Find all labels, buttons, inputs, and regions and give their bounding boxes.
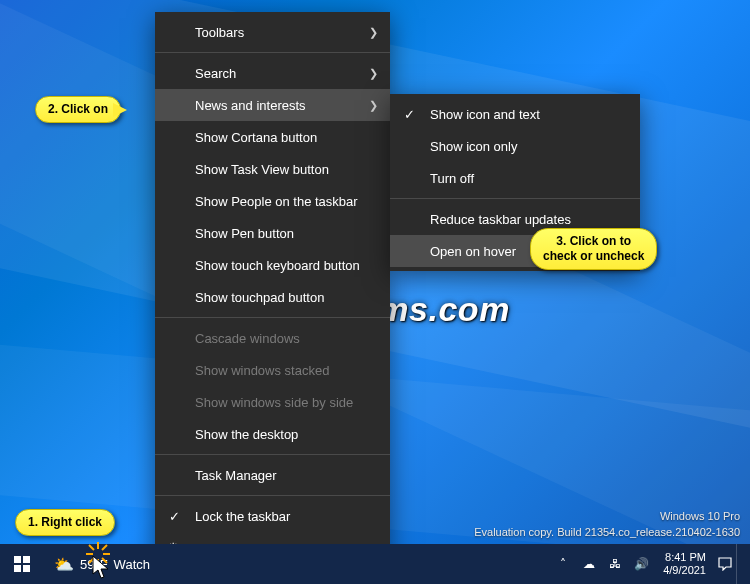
tray-chevron-icon[interactable]: ˄ xyxy=(551,544,575,584)
clock-date: 4/9/2021 xyxy=(663,564,706,577)
menu-lock-taskbar[interactable]: ✓Lock the taskbar xyxy=(155,500,390,532)
menu-separator xyxy=(155,495,390,496)
menu-show-pen[interactable]: Show Pen button xyxy=(155,217,390,249)
clock-time: 8:41 PM xyxy=(663,551,706,564)
weather-icon: ⛅ xyxy=(54,555,74,574)
menu-show-cortana[interactable]: Show Cortana button xyxy=(155,121,390,153)
menu-cascade: Cascade windows xyxy=(155,322,390,354)
callout-step-2: 2. Click on xyxy=(35,96,121,123)
taskbar[interactable]: ⛅ 59°F Watch ˄ ☁ 🖧 🔊 8:41 PM 4/9/2021 xyxy=(0,544,750,584)
windows-edition: Windows 10 Pro xyxy=(474,509,740,524)
menu-toolbars[interactable]: Toolbars❯ xyxy=(155,16,390,48)
menu-task-manager[interactable]: Task Manager xyxy=(155,459,390,491)
chevron-right-icon: ❯ xyxy=(369,67,378,80)
taskbar-right: ˄ ☁ 🖧 🔊 8:41 PM 4/9/2021 xyxy=(551,544,742,584)
start-button[interactable] xyxy=(4,544,40,584)
submenu-show-icon-and-text[interactable]: ✓Show icon and text xyxy=(390,98,640,130)
check-icon: ✓ xyxy=(169,509,180,524)
build-info: Windows 10 Pro Evaluation copy. Build 21… xyxy=(474,509,740,540)
tray-onedrive-icon[interactable]: ☁ xyxy=(577,544,601,584)
svg-rect-9 xyxy=(23,556,30,563)
callout-step-3: 3. Click on to check or uncheck xyxy=(530,228,657,270)
cursor-icon xyxy=(92,555,112,581)
svg-rect-11 xyxy=(23,565,30,572)
action-center-icon[interactable] xyxy=(716,544,734,584)
menu-show-people[interactable]: Show People on the taskbar xyxy=(155,185,390,217)
svg-rect-8 xyxy=(14,556,21,563)
menu-sidebyside: Show windows side by side xyxy=(155,386,390,418)
menu-show-touchpad[interactable]: Show touchpad button xyxy=(155,281,390,313)
menu-separator xyxy=(155,454,390,455)
check-icon: ✓ xyxy=(404,107,415,122)
windows-logo-icon xyxy=(14,556,30,572)
taskbar-context-menu: Toolbars❯ Search❯ News and interests❯ Sh… xyxy=(155,12,390,568)
chevron-right-icon: ❯ xyxy=(369,26,378,39)
svg-rect-10 xyxy=(14,565,21,572)
submenu-show-icon-only[interactable]: Show icon only xyxy=(390,130,640,162)
show-desktop-button[interactable] xyxy=(736,544,742,584)
build-number: Evaluation copy. Build 21354.co_release.… xyxy=(474,525,740,540)
taskbar-left: ⛅ 59°F Watch xyxy=(4,544,160,584)
menu-separator xyxy=(155,317,390,318)
menu-show-taskview[interactable]: Show Task View button xyxy=(155,153,390,185)
svg-line-6 xyxy=(102,545,107,550)
menu-separator xyxy=(155,52,390,53)
menu-show-touch-keyboard[interactable]: Show touch keyboard button xyxy=(155,249,390,281)
menu-stacked: Show windows stacked xyxy=(155,354,390,386)
svg-line-4 xyxy=(89,545,94,550)
callout-step-1: 1. Right click xyxy=(15,509,115,536)
chevron-right-icon: ❯ xyxy=(369,99,378,112)
tray-network-icon[interactable]: 🖧 xyxy=(603,544,627,584)
taskbar-clock[interactable]: 8:41 PM 4/9/2021 xyxy=(655,551,714,577)
menu-show-desktop[interactable]: Show the desktop xyxy=(155,418,390,450)
submenu-turn-off[interactable]: Turn off xyxy=(390,162,640,194)
menu-news-and-interests[interactable]: News and interests❯ xyxy=(155,89,390,121)
menu-separator xyxy=(390,198,640,199)
menu-search[interactable]: Search❯ xyxy=(155,57,390,89)
weather-label: Watch xyxy=(114,557,150,572)
tray-volume-icon[interactable]: 🔊 xyxy=(629,544,653,584)
